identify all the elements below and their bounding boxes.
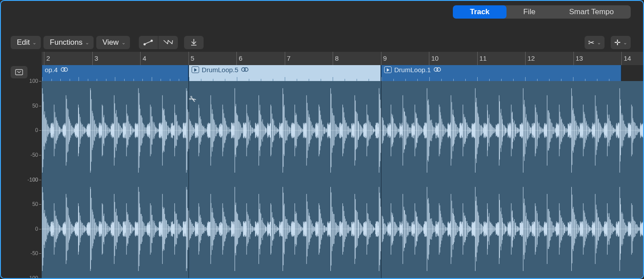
view-menu[interactable]: View ⌄ (96, 36, 130, 49)
amplitude-label: 0 (35, 127, 38, 133)
ruler-bar-11: 11 (477, 52, 487, 65)
track-gutter: 100500-50-100 100500-50-100 (1, 52, 42, 278)
chevron-down-icon: ⌄ (623, 40, 627, 46)
ruler-bar-9: 9 (381, 52, 387, 65)
amplitude-label: 0 (35, 226, 38, 232)
tab-track[interactable]: Track (453, 5, 506, 19)
editor-tabs: Track File Smart Tempo (453, 5, 631, 19)
chevron-down-icon: ⌄ (85, 40, 89, 46)
amplitude-label: -50 (31, 152, 38, 158)
ruler-bar-4: 4 (140, 52, 146, 65)
amplitude-label: 100 (29, 78, 38, 84)
region-lane: op.4DrumLoop.5DrumLoop.1 (42, 65, 643, 81)
amplitude-label: -100 (27, 275, 38, 279)
tab-file[interactable]: File (507, 5, 552, 19)
snap-menu[interactable]: ✛ ⌄ (611, 36, 631, 49)
amplitude-label: -50 (31, 250, 38, 256)
svg-point-8 (437, 68, 441, 72)
svg-rect-2 (16, 70, 23, 75)
region-label: DrumLoop.1 (394, 66, 431, 74)
flex-button[interactable] (158, 36, 178, 49)
loop-icon (433, 66, 441, 73)
loop-icon (60, 66, 68, 73)
chevron-down-icon: ⌄ (32, 40, 36, 46)
region-DrumLoop.1[interactable]: DrumLoop.1 (381, 65, 621, 81)
edit-menu[interactable]: Edit ⌄ (11, 36, 41, 49)
ruler-bar-14: 14 (621, 52, 631, 65)
catch-playhead-button[interactable] (184, 36, 204, 49)
ruler-bar-10: 10 (429, 52, 439, 65)
svg-point-4 (64, 68, 68, 72)
region-divider (381, 81, 381, 278)
menu-label: Edit (17, 38, 30, 47)
ruler-bar-5: 5 (188, 52, 194, 65)
ruler-bar-13: 13 (573, 52, 583, 65)
region-label: op.4 (45, 66, 58, 74)
bar-ruler[interactable]: 234567891011121314 (42, 52, 643, 65)
chevron-down-icon: ⌄ (122, 40, 126, 46)
waveform-area[interactable] (42, 81, 643, 278)
ruler-bar-3: 3 (92, 52, 98, 65)
loop-icon (241, 66, 249, 73)
automation-curve-button[interactable] (139, 36, 158, 49)
ruler-bar-7: 7 (285, 52, 291, 65)
snap-icon: ✛ (614, 38, 620, 47)
scissors-icon: ✂︎ (588, 38, 594, 47)
ruler-bar-2: 2 (44, 52, 50, 65)
region-divider (188, 81, 189, 278)
region-DrumLoop.4[interactable]: op.4 (42, 65, 188, 81)
tab-smart-tempo[interactable]: Smart Tempo (552, 5, 631, 19)
functions-menu[interactable]: Functions ⌄ (43, 36, 94, 49)
region-label: DrumLoop.5 (202, 66, 239, 74)
ruler-bar-12: 12 (525, 52, 535, 65)
ruler-bar-6: 6 (236, 52, 242, 65)
svg-point-6 (244, 68, 248, 72)
catch-button[interactable] (11, 66, 27, 78)
amplitude-label: 50 (32, 201, 38, 207)
play-icon (384, 66, 392, 73)
play-icon (192, 66, 199, 73)
amplitude-label: 50 (32, 103, 38, 109)
amplitude-label: 100 (29, 177, 38, 183)
region-DrumLoop.5[interactable]: DrumLoop.5 (188, 65, 381, 81)
scissors-tool-menu[interactable]: ✂︎ ⌄ (585, 36, 605, 49)
menu-label: View (102, 38, 119, 47)
chevron-down-icon: ⌄ (597, 40, 601, 46)
ruler-bar-8: 8 (333, 52, 338, 65)
editor-toolbar: Edit ⌄ Functions ⌄ View ⌄ ✂︎ ⌄ ✛ ⌄ (1, 34, 643, 51)
menu-label: Functions (50, 38, 82, 47)
